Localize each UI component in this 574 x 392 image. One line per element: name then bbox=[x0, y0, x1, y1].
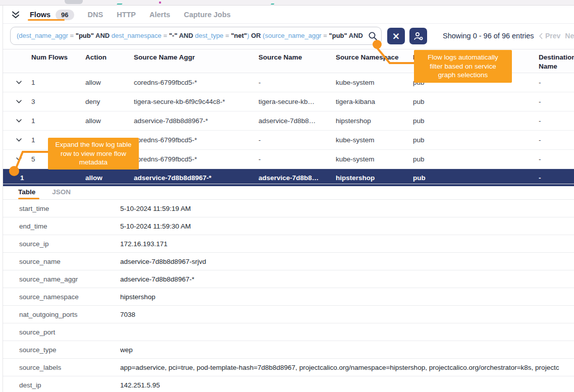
detail-value: 7038 bbox=[120, 311, 574, 318]
row-expand-chevron[interactable] bbox=[3, 157, 31, 161]
detail-row: dest_ip142.251.5.95 bbox=[3, 376, 574, 392]
person-gear-icon bbox=[413, 31, 424, 41]
source-name-cell: tigera-secure-kb… bbox=[258, 98, 336, 105]
detail-value: 172.16.193.171 bbox=[120, 240, 574, 248]
tab-json[interactable]: JSON bbox=[52, 188, 71, 196]
row-expand-chevron[interactable] bbox=[3, 100, 31, 103]
tooltip-line: filter based on service bbox=[418, 62, 508, 71]
query-token-field: source_name_aggr bbox=[265, 32, 322, 39]
detail-value: wep bbox=[120, 346, 574, 354]
tab-label: DNS bbox=[88, 11, 103, 19]
detail-key: source_labels bbox=[19, 364, 120, 371]
num-flows-cell: 1 bbox=[31, 117, 85, 125]
destination-name-cell: - bbox=[539, 79, 574, 86]
query-token-field: dest_type bbox=[195, 32, 223, 39]
detail-row: source_ip172.16.193.171 bbox=[3, 235, 574, 253]
source-namespace-cell: hipstershop bbox=[336, 174, 413, 182]
expand-tooltip: Expand the flow log tablerow to view mor… bbox=[48, 138, 139, 170]
row-expand-chevron[interactable] bbox=[3, 81, 31, 84]
detail-value: adservice-7d8b8d8967-srjvd bbox=[120, 258, 574, 265]
detail-tabbar: Table JSON bbox=[3, 184, 574, 200]
detail-key: source_name bbox=[19, 258, 120, 265]
num-flows-cell: 1 bbox=[31, 79, 85, 86]
tab-http[interactable]: HTTP bbox=[117, 11, 136, 19]
source-name-aggr-cell: coredns-6799fbcd5-* bbox=[134, 155, 258, 163]
dest-name-aggr-cell: pub bbox=[413, 174, 539, 182]
active-tab-underline bbox=[28, 19, 65, 21]
row-expand-chevron[interactable] bbox=[3, 119, 31, 123]
destination-name-cell: - bbox=[539, 98, 574, 105]
detail-row: nat_outgoing_ports7038 bbox=[3, 306, 574, 323]
detail-row: source_name_aggradservice-7d8b8d8967-* bbox=[3, 270, 574, 288]
user-settings-button[interactable] bbox=[409, 28, 427, 44]
occluded-graph-fragment bbox=[65, 0, 83, 4]
query-token-value: "pub" bbox=[76, 32, 94, 39]
detail-value: 5-10-2024 11:59:19 AM bbox=[120, 205, 574, 212]
flow-logs-panel: Flows96DNSHTTPAlertsCapture Jobs (dest_n… bbox=[0, 0, 574, 392]
tab-flows[interactable]: Flows96 bbox=[30, 10, 74, 20]
action-cell: allow bbox=[85, 117, 134, 125]
action-cell: allow bbox=[85, 79, 134, 86]
detail-row: source_nameadservice-7d8b8d8967-srjvd bbox=[3, 253, 574, 270]
destination-name-cell: - bbox=[539, 155, 574, 163]
chevron-left-icon bbox=[539, 33, 543, 39]
detail-key: start_time bbox=[19, 205, 120, 212]
col-num-flows: Num Flows bbox=[31, 53, 85, 73]
tab-label: HTTP bbox=[117, 11, 136, 19]
collapse-panel-icon[interactable] bbox=[11, 11, 20, 19]
filter-query-text: (dest_name_aggr = "pub" AND dest_namespa… bbox=[17, 27, 364, 44]
detail-key: source_port bbox=[19, 328, 120, 336]
action-cell: allow bbox=[85, 174, 134, 182]
query-token-keyword: OR bbox=[249, 32, 263, 39]
graph-mark bbox=[117, 2, 123, 5]
detail-key: source_namespace bbox=[19, 293, 120, 301]
row-expand-chevron[interactable] bbox=[3, 138, 31, 142]
source-name-cell: - bbox=[258, 155, 336, 163]
query-token-field: dest_namespace bbox=[112, 32, 162, 39]
tab-alerts[interactable]: Alerts bbox=[149, 11, 170, 19]
query-token-keyword: AND bbox=[94, 32, 112, 39]
tab-dns[interactable]: DNS bbox=[88, 11, 103, 19]
chevron-down-icon bbox=[16, 119, 22, 123]
col-source-name: Source Name bbox=[258, 53, 336, 73]
next-button[interactable]: Next bbox=[565, 32, 574, 40]
prev-button[interactable]: Prev bbox=[539, 32, 560, 40]
source-name-cell: adservice-7d8b8… bbox=[258, 117, 336, 125]
tab-label: Capture Jobs bbox=[184, 11, 231, 19]
search-icon[interactable] bbox=[368, 31, 378, 43]
source-name-aggr-cell: adservice-7d8b8d8967-* bbox=[134, 117, 258, 125]
pagination-controls: Prev Next bbox=[539, 32, 574, 40]
detail-value: 5-10-2024 11:59:30 AM bbox=[120, 222, 574, 230]
filter-tooltip: Flow logs automaticallyfilter based on s… bbox=[414, 50, 512, 83]
tab-table[interactable]: Table bbox=[18, 188, 35, 196]
detail-key: nat_outgoing_ports bbox=[19, 311, 120, 318]
tabbar-separator bbox=[3, 23, 574, 24]
detail-key: dest_ip bbox=[19, 381, 120, 389]
chevron-down-icon bbox=[16, 81, 22, 84]
source-namespace-cell: hipstershop bbox=[336, 117, 413, 125]
query-token-op: = bbox=[162, 32, 169, 39]
detail-key: source_ip bbox=[19, 240, 120, 248]
col-source-namespace: Source Namespace bbox=[336, 53, 413, 73]
main-tabbar: Flows96DNSHTTPAlertsCapture Jobs bbox=[3, 6, 574, 23]
num-flows-cell: 3 bbox=[31, 98, 85, 105]
filter-query-input[interactable]: (dest_name_aggr = "pub" AND dest_namespa… bbox=[10, 27, 382, 45]
query-token-keyword: AND bbox=[347, 32, 363, 39]
clear-filter-button[interactable]: × bbox=[387, 28, 405, 44]
col-destination-name: Destination Name bbox=[539, 53, 574, 73]
flow-table-row[interactable]: 3denytigera-secure-kb-6f9c9c44c8-*tigera… bbox=[3, 92, 574, 111]
detail-active-tab-underline bbox=[18, 198, 39, 199]
source-name-aggr-cell: coredns-6799fbcd5-* bbox=[134, 79, 258, 86]
graph-mark bbox=[271, 2, 275, 5]
detail-row: source_labelsapp=adservice, pci=true, po… bbox=[3, 359, 574, 376]
detail-value: app=adservice, pci=true, pod-template-ha… bbox=[120, 364, 574, 371]
chevron-down-icon bbox=[16, 157, 22, 161]
flow-table-row[interactable]: 1allowadservice-7d8b8d8967-*adservice-7d… bbox=[3, 111, 574, 131]
tab-capture-jobs[interactable]: Capture Jobs bbox=[184, 11, 231, 19]
flows-count-badge: 96 bbox=[56, 10, 74, 20]
source-name-cell: - bbox=[258, 79, 336, 86]
source-namespace-cell: tigera-kibana bbox=[336, 98, 413, 105]
dest-name-aggr-cell: pub bbox=[413, 98, 539, 105]
tooltip-line: row to view more flow bbox=[52, 149, 135, 158]
detail-key: source_name_aggr bbox=[19, 275, 120, 283]
